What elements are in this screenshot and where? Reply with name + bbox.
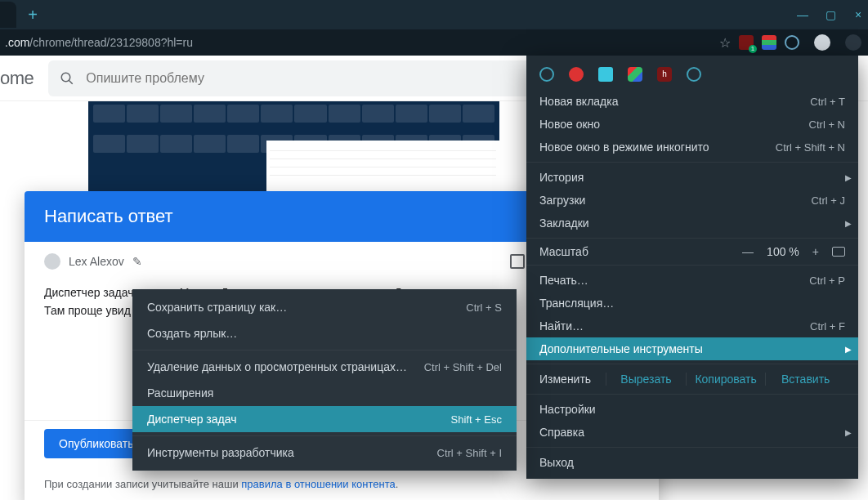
menu-item-label: Найти… xyxy=(539,319,584,333)
edit-name-icon[interactable]: ✎ xyxy=(132,255,142,268)
menu-item-2[interactable]: Найти…Ctrl + F xyxy=(526,315,858,337)
menu-item-1[interactable]: ЗагрузкиCtrl + J xyxy=(526,189,858,212)
chrome-menu-button[interactable] xyxy=(845,34,861,51)
menu-item-label: Трансляция… xyxy=(539,297,614,310)
submenu-item-0[interactable]: Инструменты разработчикаCtrl + Shift + I xyxy=(132,440,517,466)
ext-red-icon[interactable] xyxy=(569,67,584,82)
submenu-arrow-icon: ▶ xyxy=(845,173,852,182)
edit-label: Изменить xyxy=(539,373,591,386)
menu-separator xyxy=(526,394,858,395)
paste-button[interactable]: Вставить xyxy=(765,373,845,386)
url-domain: .com xyxy=(5,36,29,49)
chrome-main-menu: h Новая вкладкаCtrl + TНовое окноCtrl + … xyxy=(526,56,858,479)
url-path: /chrome/thread/23129808?hl=ru xyxy=(29,36,193,49)
menu-item-exit[interactable]: Выход xyxy=(526,451,858,474)
submenu-arrow-icon: ▶ xyxy=(845,428,852,437)
menu-item-label: Новое окно xyxy=(539,118,600,131)
extension-circle-icon[interactable] xyxy=(785,35,799,50)
zoom-in-button[interactable]: + xyxy=(808,245,824,258)
zoom-value: 100 % xyxy=(767,245,799,258)
menu-item-0[interactable]: История▶ xyxy=(526,166,858,189)
submenu-item-2[interactable]: Диспетчер задачShift + Esc xyxy=(132,406,517,432)
minimize-button[interactable]: — xyxy=(796,8,809,21)
embedded-screenshot xyxy=(88,101,499,191)
address-bar: .com/chrome/thread/23129808?hl=ru ☆ xyxy=(0,29,868,56)
brand-text: ome xyxy=(0,68,48,89)
new-tab-button[interactable]: + xyxy=(21,3,44,26)
user-name: Lex Alexov xyxy=(69,255,124,268)
menu-item-shortcut: Ctrl + F xyxy=(810,320,845,333)
menu-item-2[interactable]: Новое окно в режиме инкогнитоCtrl + Shif… xyxy=(526,136,858,158)
footer-suffix: . xyxy=(396,478,399,490)
menu-item-shortcut: Ctrl + Shift + I xyxy=(437,447,502,459)
profile-avatar[interactable] xyxy=(814,34,830,51)
menu-item-label: Загрузки xyxy=(539,194,585,207)
zoom-label: Масштаб xyxy=(539,245,729,258)
titlebar: + — ▢ × xyxy=(0,0,868,29)
menu-item-label: Диспетчер задач xyxy=(147,413,237,426)
menu-item-label: Выход xyxy=(539,456,574,469)
submenu-arrow-icon: ▶ xyxy=(845,219,852,228)
menu-item-label: Расширения xyxy=(147,386,213,400)
menu-item-label: Создать ярлык… xyxy=(147,327,237,340)
menu-item-shortcut: Shift + Esc xyxy=(451,413,503,426)
menu-item-label: Печать… xyxy=(539,274,588,287)
extension-ublock-icon[interactable] xyxy=(739,35,754,50)
more-tools-submenu: Сохранить страницу как…Ctrl + SСоздать я… xyxy=(132,289,517,471)
menu-item-1[interactable]: Трансляция… xyxy=(526,292,858,315)
menu-separator xyxy=(526,447,858,448)
menu-item-shortcut: Ctrl + T xyxy=(810,96,845,108)
menu-separator xyxy=(526,162,858,163)
submenu-arrow-icon: ▶ xyxy=(845,345,852,354)
copy-button[interactable]: Копировать xyxy=(686,373,766,386)
menu-item-label: Сохранить страницу как… xyxy=(147,301,287,314)
menu-separator xyxy=(132,435,517,436)
extension-icons xyxy=(739,34,861,51)
zoom-out-button[interactable]: — xyxy=(737,245,758,258)
footer-text: При создании записи учитывайте наши xyxy=(44,478,241,490)
menu-item-shortcut: Ctrl + P xyxy=(809,275,845,287)
menu-separator xyxy=(526,265,858,266)
active-tab[interactable] xyxy=(0,2,16,28)
menu-item-label: Инструменты разработчика xyxy=(147,446,294,459)
submenu-item-1[interactable]: Расширения xyxy=(132,380,517,406)
ext-h-icon[interactable]: h xyxy=(657,67,672,82)
bookmark-star-icon[interactable]: ☆ xyxy=(719,35,731,51)
maximize-button[interactable]: ▢ xyxy=(824,8,837,21)
ext-o-icon[interactable] xyxy=(687,67,701,82)
svg-point-0 xyxy=(62,73,71,82)
subscribe-checkbox[interactable] xyxy=(510,254,525,269)
submenu-item-0[interactable]: Сохранить страницу как…Ctrl + S xyxy=(132,294,517,320)
menu-item-shortcut: Ctrl + N xyxy=(809,118,845,131)
extension-rainbow-icon[interactable] xyxy=(762,35,776,50)
menu-item-1[interactable]: Справка▶ xyxy=(526,421,858,444)
ext-cube-icon[interactable] xyxy=(628,67,642,82)
menu-item-1[interactable]: Новое окноCtrl + N xyxy=(526,113,858,136)
submenu-item-1[interactable]: Создать ярлык… xyxy=(132,320,517,346)
edit-row: Изменить Вырезать Копировать Вставить xyxy=(526,368,858,391)
menu-item-0[interactable]: Новая вкладкаCtrl + T xyxy=(526,90,858,113)
menu-item-shortcut: Ctrl + Shift + N xyxy=(776,141,845,154)
menu-separator xyxy=(132,350,517,350)
menu-item-shortcut: Ctrl + S xyxy=(466,301,502,314)
submenu-item-0[interactable]: Удаление данных о просмотренных страница… xyxy=(132,354,517,380)
menu-item-label: Справка xyxy=(539,426,584,439)
cut-button[interactable]: Вырезать xyxy=(606,373,686,386)
menu-item-0[interactable]: Настройки xyxy=(526,398,858,421)
menu-item-3[interactable]: Дополнительные инструменты▶ xyxy=(526,337,858,360)
ext-gear-icon[interactable] xyxy=(539,67,554,82)
menu-extension-row: h xyxy=(526,60,858,90)
search-icon xyxy=(60,71,74,86)
menu-item-label: Дополнительные инструменты xyxy=(539,342,703,355)
close-button[interactable]: × xyxy=(852,8,865,21)
menu-item-2[interactable]: Закладки▶ xyxy=(526,212,858,234)
content-policy-link[interactable]: правила в отношении контента xyxy=(241,478,395,490)
menu-item-label: Новая вкладка xyxy=(539,95,619,108)
fullscreen-button[interactable] xyxy=(832,247,845,257)
menu-item-label: Удаление данных о просмотренных страница… xyxy=(147,360,407,373)
ext-skype-icon[interactable] xyxy=(598,67,613,82)
menu-item-0[interactable]: Печать…Ctrl + P xyxy=(526,269,858,292)
menu-separator xyxy=(526,364,858,364)
url-input[interactable]: .com/chrome/thread/23129808?hl=ru xyxy=(0,36,711,49)
svg-line-1 xyxy=(69,80,74,84)
